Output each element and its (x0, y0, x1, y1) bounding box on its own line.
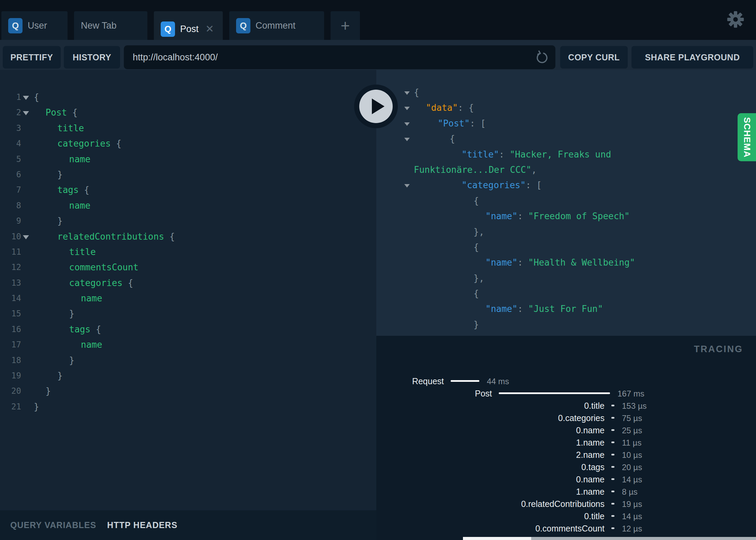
tracing-row-duration: 75 µs (622, 414, 642, 423)
settings-gear-icon[interactable] (726, 10, 745, 29)
history-button[interactable]: HISTORY (64, 46, 120, 69)
tracing-row: 0.name14 µs (376, 473, 756, 485)
prettify-button[interactable]: PRETTIFY (3, 46, 61, 69)
tracing-duration-dash (611, 478, 614, 480)
tracing-duration-dash (611, 417, 614, 419)
query-editor[interactable]: 1{2Post {3title4categories {5name6}7tags… (0, 70, 376, 510)
response-line-text: "title": "Hacker, Freaks und (376, 147, 611, 162)
tracing-row: 0.relatedContributions19 µs (376, 498, 756, 510)
query-line: 13categories { (0, 275, 376, 291)
response-line: ] (376, 332, 756, 336)
tracing-row-label: 1.name (576, 487, 605, 497)
schema-tab[interactable]: SCHEMA (738, 113, 756, 161)
close-tab-icon[interactable]: ✕ (205, 24, 214, 34)
share-playground-button[interactable]: SHARE PLAYGROUND (631, 46, 753, 69)
query-line: 9} (0, 213, 376, 229)
line-number: 4 (0, 136, 21, 151)
collapse-arrow-icon[interactable] (404, 122, 410, 126)
query-line: 14name (0, 291, 376, 306)
line-number: 16 (0, 322, 21, 337)
tracing-row: 0.commentsCount12 µs (376, 522, 756, 535)
tracing-row-duration: 153 µs (622, 401, 647, 411)
tracing-row-duration: 167 ms (617, 389, 644, 399)
line-number: 13 (0, 275, 21, 291)
tracing-row-label: 0.tags (581, 462, 605, 472)
line-number: 10 (0, 229, 21, 244)
tracing-row-duration: 14 µs (622, 512, 642, 521)
query-line: 5name (0, 152, 376, 167)
tracing-row: 0.title14 µs (376, 510, 756, 522)
fold-arrow-icon[interactable] (23, 235, 29, 239)
query-line: 2Post { (0, 105, 376, 120)
response-line: }, (376, 271, 756, 286)
tracing-row: 2.name10 µs (376, 449, 756, 461)
query-line: 20} (0, 384, 376, 399)
query-line: 10relatedContributions { (0, 229, 376, 244)
query-badge: Q (161, 21, 175, 37)
response-line: "Post": [ (376, 116, 756, 131)
tab-comment[interactable]: QComment (229, 11, 324, 40)
tab-new-tab[interactable]: New Tab (74, 11, 147, 40)
tracing-duration-dash (611, 466, 614, 468)
response-line-text: } (376, 317, 479, 332)
tracing-row-label: 0.title (584, 401, 605, 411)
http-headers-tab[interactable]: HTTP HEADERS (107, 520, 177, 530)
response-line-text: }, (376, 271, 484, 286)
add-tab-button[interactable]: + (331, 11, 360, 40)
collapse-arrow-icon[interactable] (404, 138, 410, 141)
line-number: 14 (0, 291, 21, 306)
query-line: 7tags { (0, 182, 376, 198)
tracing-duration-dash (611, 441, 614, 443)
tracing-duration-dash (611, 503, 614, 505)
collapse-arrow-icon[interactable] (404, 184, 410, 188)
response-line-text: }, (376, 224, 484, 240)
query-line: 21} (0, 399, 376, 415)
tracing-row-duration: 11 µs (622, 438, 641, 448)
response-line-text: { (376, 131, 455, 147)
schema-tab-label: SCHEMA (742, 117, 752, 158)
tracing-row-duration: 19 µs (622, 499, 642, 509)
query-line: 19} (0, 368, 376, 384)
response-line-text: ] (376, 332, 467, 336)
tab-user[interactable]: QUser (1, 11, 68, 40)
collapse-arrow-icon[interactable] (404, 91, 410, 95)
tracing-row-label: 0.relatedContributions (521, 499, 605, 509)
execute-query-button[interactable] (354, 85, 398, 128)
horizontal-scrollbar[interactable] (463, 537, 756, 540)
response-line: { (376, 85, 756, 100)
tracing-row-duration: 14 µs (622, 475, 642, 484)
refresh-endpoint-icon[interactable] (534, 50, 549, 65)
response-line: { (376, 286, 756, 301)
horizontal-scrollbar-thumb[interactable] (463, 537, 531, 540)
fold-arrow-icon[interactable] (23, 111, 29, 115)
response-line: { (376, 193, 756, 209)
query-variables-tab[interactable]: QUERY VARIABLES (10, 520, 96, 530)
tab-label: User (28, 20, 47, 31)
endpoint-url-bar[interactable]: http://localhost:4000/ (124, 45, 555, 69)
collapse-arrow-icon[interactable] (404, 107, 410, 110)
tracing-row-label: 0.categories (558, 413, 605, 423)
tracing-row-label: Request (412, 376, 444, 386)
tracing-panel: TRACING Request44 msPost167 ms0.title153… (376, 336, 756, 540)
tracing-row-label: 0.name (576, 425, 605, 435)
query-badge: Q (8, 18, 23, 33)
line-number: 6 (0, 167, 21, 182)
line-number: 11 (0, 244, 21, 260)
fold-arrow-icon[interactable] (23, 96, 29, 100)
endpoint-url-input[interactable]: http://localhost:4000/ (133, 52, 534, 63)
tracing-row: 0.tags20 µs (376, 461, 756, 473)
query-line: 6} (0, 167, 376, 182)
tracing-row-label: 1.name (576, 438, 605, 448)
line-number: 9 (0, 213, 21, 229)
query-line: 1{ (0, 90, 376, 105)
response-line: { (376, 240, 756, 255)
tab-label: Comment (256, 20, 295, 31)
query-badge: Q (236, 18, 250, 33)
copy-curl-button[interactable]: COPY CURL (560, 46, 628, 69)
tracing-row: Request44 ms (376, 375, 756, 387)
tracing-row: 0.title153 µs (376, 400, 756, 412)
tab-label: Post (180, 24, 199, 34)
response-line-text: { (376, 240, 479, 255)
tracing-row: 0.name25 µs (376, 424, 756, 436)
line-number: 19 (0, 368, 21, 384)
